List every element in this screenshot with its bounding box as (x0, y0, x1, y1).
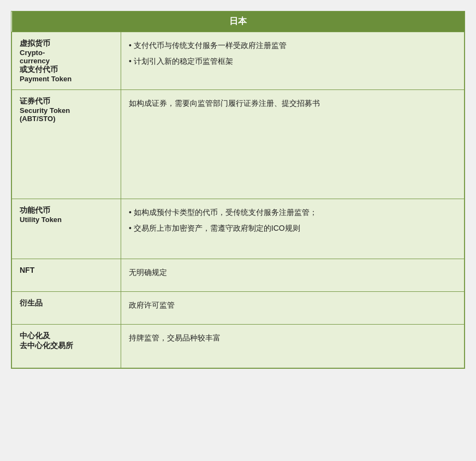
label-zh2: 去中心化交易所 (20, 341, 113, 351)
bullet-item: 计划引入新的稳定币监管框架 (129, 55, 456, 68)
label-en2: (ABT/STO) (20, 115, 113, 123)
label-en1: Crypto- (20, 49, 113, 57)
bullet-item: 如构成预付卡类型的代币，受传统支付服务注册监管； (129, 206, 456, 219)
bullet-item: 支付代币与传统支付服务一样受政府注册监管 (129, 39, 456, 52)
content-cell-utility: 如构成预付卡类型的代币，受传统支付服务注册监管；交易所上市加密资产，需遵守政府制… (121, 199, 465, 259)
content-text: 无明确规定 (129, 266, 456, 279)
label-zh: 功能代币 (20, 206, 113, 215)
table-row: 功能代币 Utility Token 如构成预付卡类型的代币，受传统支付服务注册… (12, 199, 465, 259)
label-en3: Payment Token (20, 75, 113, 83)
content-cell-derivatives: 政府许可监管 (121, 292, 465, 325)
label-zh: NFT (20, 266, 113, 274)
table-row: 衍生品政府许可监管 (12, 292, 465, 325)
label-cell-exchange: 中心化及 去中心化交易所 (12, 325, 121, 368)
table-row: NFT无明确规定 (12, 259, 465, 292)
label-zh: 衍生品 (20, 298, 113, 308)
content-cell-exchange: 持牌监管，交易品种较丰富 (121, 325, 465, 368)
label-en2: currency (20, 57, 113, 65)
content-text: 持牌监管，交易品种较丰富 (129, 331, 456, 345)
label-cell-crypto: 虚拟货币 Crypto- currency 或支付代币 Payment Toke… (12, 32, 121, 90)
bullet-item: 交易所上市加密资产，需遵守政府制定的ICO规则 (129, 221, 456, 235)
content-cell-crypto: 支付代币与传统支付服务一样受政府注册监管计划引入新的稳定币监管框架 (121, 32, 465, 90)
table-row: 中心化及 去中心化交易所 持牌监管，交易品种较丰富 (12, 325, 465, 368)
label-cell-derivatives: 衍生品 (12, 292, 121, 325)
main-table: 日本 虚拟货币 Crypto- currency 或支付代币 Payment T… (11, 11, 465, 369)
table-row: 虚拟货币 Crypto- currency 或支付代币 Payment Toke… (12, 32, 465, 90)
label-cell-nft: NFT (12, 259, 121, 292)
content-text: 如构成证券，需要向监管部门履行证券注册、提交招募书 (129, 97, 456, 110)
label-zh: 证券代币 (20, 97, 113, 106)
content-text: 政府许可监管 (129, 298, 456, 312)
label-zh2: 或支付代币 (20, 65, 113, 75)
table-row: 证券代币 Security Token (ABT/STO) 如构成证券，需要向监… (12, 90, 465, 199)
content-cell-security: 如构成证券，需要向监管部门履行证券注册、提交招募书 (121, 90, 465, 199)
label-en: Utility Token (20, 215, 113, 224)
content-cell-nft: 无明确规定 (121, 259, 465, 292)
label-cell-utility: 功能代币 Utility Token (12, 199, 121, 259)
table-header: 日本 (12, 11, 465, 32)
header-title: 日本 (12, 11, 465, 32)
label-cell-security: 证券代币 Security Token (ABT/STO) (12, 90, 121, 199)
label-zh: 虚拟货币 (20, 39, 113, 49)
label-zh: 中心化及 (20, 331, 113, 341)
label-en: Security Token (20, 106, 113, 115)
